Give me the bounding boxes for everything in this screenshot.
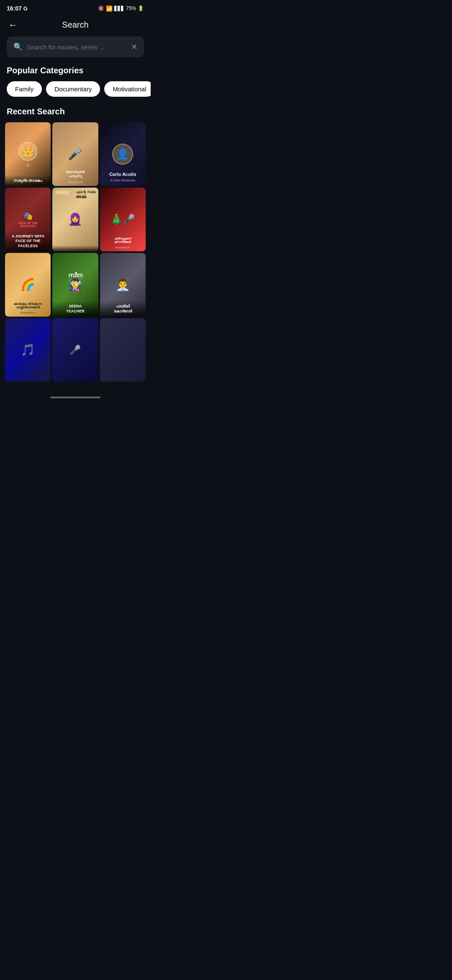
recent-search-title: Recent Search xyxy=(0,107,151,122)
popular-categories-title: Popular Categories xyxy=(0,66,151,81)
card-title: സമുദ്ര താരകം xyxy=(5,175,51,186)
list-item[interactable]: 👩‍🏫 സീനടീച്ചർ SEENATEACHER xyxy=(52,253,98,317)
list-item[interactable]: 👑 ⛵ സമുദ്ര താരകം xyxy=(5,122,51,186)
page-title: Search xyxy=(62,20,88,30)
list-item[interactable]: 🎵 xyxy=(5,318,51,382)
search-input[interactable] xyxy=(27,44,127,51)
battery-icon: 🔋 xyxy=(138,5,144,11)
status-time: 16:07 xyxy=(7,5,22,12)
signal-icon: ▋▋▋ xyxy=(114,6,124,11)
list-item[interactable]: 👨‍💼 ഫാമിലികോർണർ xyxy=(100,253,146,317)
card-title xyxy=(52,245,98,251)
bottom-nav xyxy=(0,393,151,402)
clear-icon[interactable]: ✕ xyxy=(131,42,137,52)
list-item[interactable]: EPI: 173 🧕 എന്റെ നല്ലഅമ്മ xyxy=(52,188,98,251)
search-bar-container: 🔍 ✕ xyxy=(0,36,151,66)
battery-level: 75% xyxy=(126,5,136,11)
list-item[interactable]: 🎄🎤 ക്രിസ്തുമസ്കിന്നരങ്ങൾ EPISODE 02 xyxy=(100,188,146,251)
mute-icon: 🔇 xyxy=(98,5,104,11)
list-item[interactable] xyxy=(100,318,146,382)
list-item[interactable]: 🎭 FACE OF THEFACELESS A JOURNEY WITHFACE… xyxy=(5,188,51,251)
search-icon: 🔍 xyxy=(13,42,23,52)
home-indicator xyxy=(50,397,100,398)
list-item[interactable]: 🎤 ദൈവദൂതർപാടുന്നു EPISODE 04 xyxy=(52,122,98,186)
carrier-icon: G xyxy=(23,5,28,12)
search-bar[interactable]: 🔍 ✕ xyxy=(7,36,144,57)
card-title: ഫാമിലികോർണർ xyxy=(100,301,146,316)
popular-categories-section: Popular Categories Family Documentary Mo… xyxy=(0,66,151,107)
category-documentary[interactable]: Documentary xyxy=(46,81,100,97)
card-title: A JOURNEY WITHFACE OF THE FACELESS xyxy=(5,231,51,251)
card-title: SEENATEACHER xyxy=(52,301,98,316)
page-header: ← Search xyxy=(0,15,151,36)
recent-search-grid: 👑 ⛵ സമുദ്ര താരകം 🎤 ദൈവദൂതർപാടുന്നു EPISO… xyxy=(0,122,151,382)
back-button[interactable]: ← xyxy=(7,18,19,32)
wifi-icon: 📶 xyxy=(106,5,113,12)
categories-list: Family Documentary Motivational xyxy=(0,81,151,107)
category-motivational[interactable]: Motivational xyxy=(104,81,151,97)
list-item[interactable]: 🎤 xyxy=(52,318,98,382)
recent-search-section: Recent Search 👑 ⛵ സമുദ്ര താരകം 🎤 ദൈവദൂതർ… xyxy=(0,107,151,387)
category-family[interactable]: Family xyxy=(7,81,42,97)
list-item[interactable]: 👤 Carlo Acutis A Cyber Missionary xyxy=(100,122,146,186)
status-bar: 16:07 G 🔇 📶 ▋▋▋ 75% 🔋 xyxy=(0,0,151,15)
list-item[interactable]: 🌈 മഴവില്ലു തീർക്കുന്നകണ്ണീർകണങ്ങൾ EPISOD… xyxy=(5,253,51,317)
status-icons: 🔇 📶 ▋▋▋ 75% 🔋 xyxy=(98,5,144,12)
